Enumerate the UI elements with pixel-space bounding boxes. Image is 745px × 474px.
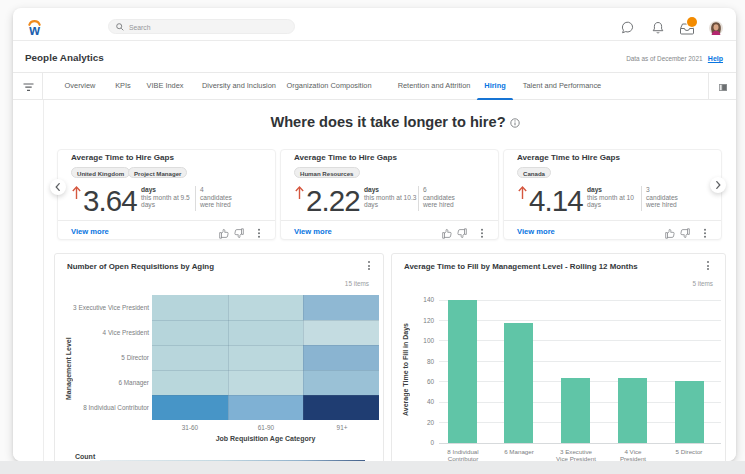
svg-text:w: w	[28, 23, 40, 37]
